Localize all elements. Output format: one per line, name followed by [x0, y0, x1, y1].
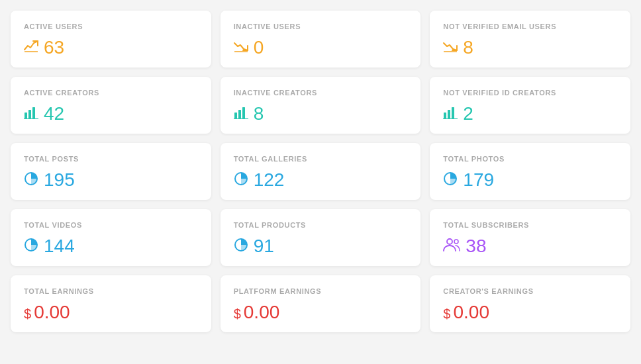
card-value-inactive-creators: 8 — [234, 103, 408, 124]
card-label-inactive-creators: INACTIVE CREATORS — [234, 89, 408, 97]
card-value-total-products: 91 — [234, 236, 408, 257]
card-value-total-subscribers: 38 — [443, 236, 617, 257]
number-inactive-creators: 8 — [254, 103, 264, 124]
card-total-photos: TOTAL PHOTOS 179 — [430, 143, 630, 200]
card-label-total-subscribers: TOTAL SUBSCRIBERS — [443, 221, 617, 229]
card-label-not-verified-email-users: NOT VERIFIED EMAIL USERS — [443, 23, 617, 30]
number-total-posts: 195 — [44, 169, 75, 191]
card-value-total-earnings: $0.00 — [24, 302, 198, 323]
number-total-subscribers: 38 — [466, 236, 486, 257]
svg-point-21 — [454, 240, 458, 244]
svg-rect-5 — [32, 107, 35, 118]
card-label-total-photos: TOTAL PHOTOS — [443, 155, 617, 163]
card-label-inactive-users: INACTIVE USERS — [234, 23, 408, 30]
svg-rect-8 — [238, 110, 241, 118]
card-total-posts: TOTAL POSTS 195 — [11, 143, 211, 200]
card-value-platform-earnings: $0.00 — [234, 302, 408, 323]
number-total-galleries: 122 — [254, 169, 285, 191]
card-total-videos: TOTAL VIDEOS 144 — [11, 209, 211, 266]
card-label-total-products: TOTAL PRODUCTS — [234, 221, 408, 229]
number-platform-earnings: 0.00 — [244, 302, 280, 323]
number-inactive-users: 0 — [254, 37, 264, 58]
card-label-creator-earnings: CREATOR'S EARNINGS — [443, 287, 617, 295]
svg-rect-4 — [28, 110, 31, 118]
icon-total-videos — [24, 238, 38, 255]
dashboard-grid: ACTIVE USERS 63INACTIVE USERS 0NOT VERIF… — [11, 11, 630, 332]
icon-not-verified-email-users — [443, 40, 458, 55]
number-creator-earnings: 0.00 — [453, 302, 489, 323]
dollar-sign-creator-earnings: $ — [443, 306, 450, 322]
card-value-active-creators: 42 — [24, 103, 198, 124]
card-active-users: ACTIVE USERS 63 — [11, 11, 211, 68]
icon-total-galleries — [234, 171, 248, 189]
icon-total-products — [234, 238, 248, 255]
number-not-verified-email-users: 8 — [463, 37, 473, 58]
card-total-products: TOTAL PRODUCTS 91 — [221, 209, 421, 266]
number-not-verified-id-creators: 2 — [463, 103, 473, 124]
card-label-platform-earnings: PLATFORM EARNINGS — [234, 287, 408, 295]
dollar-sign-total-earnings: $ — [24, 306, 31, 322]
icon-total-subscribers — [443, 238, 460, 254]
card-value-total-posts: 195 — [24, 169, 198, 191]
card-value-total-galleries: 122 — [234, 169, 408, 191]
svg-rect-12 — [448, 110, 450, 118]
svg-rect-7 — [234, 113, 237, 118]
svg-point-20 — [447, 239, 452, 244]
card-value-inactive-users: 0 — [234, 37, 408, 58]
card-creator-earnings: CREATOR'S EARNINGS$0.00 — [430, 275, 630, 332]
card-platform-earnings: PLATFORM EARNINGS$0.00 — [221, 275, 421, 332]
card-value-active-users: 63 — [24, 37, 198, 58]
card-label-total-videos: TOTAL VIDEOS — [24, 221, 198, 229]
number-active-creators: 42 — [44, 103, 64, 124]
card-value-not-verified-id-creators: 2 — [443, 103, 617, 124]
card-label-active-users: ACTIVE USERS — [24, 23, 198, 30]
card-not-verified-email-users: NOT VERIFIED EMAIL USERS 8 — [430, 11, 630, 68]
icon-active-creators — [24, 106, 38, 122]
card-label-total-posts: TOTAL POSTS — [24, 155, 198, 163]
card-label-active-creators: ACTIVE CREATORS — [24, 89, 198, 97]
icon-not-verified-id-creators — [443, 106, 458, 122]
icon-active-users — [24, 40, 38, 55]
card-inactive-users: INACTIVE USERS 0 — [221, 11, 421, 68]
card-label-total-galleries: TOTAL GALLERIES — [234, 155, 408, 163]
icon-inactive-creators — [234, 106, 248, 122]
card-value-total-photos: 179 — [443, 169, 617, 191]
svg-rect-3 — [25, 113, 27, 118]
svg-rect-11 — [444, 113, 446, 118]
number-total-earnings: 0.00 — [34, 302, 70, 323]
number-active-users: 63 — [44, 37, 64, 58]
card-label-not-verified-id-creators: NOT VERIFIED ID CREATORS — [443, 89, 617, 97]
icon-total-photos — [443, 171, 458, 189]
dollar-sign-platform-earnings: $ — [234, 306, 241, 322]
number-total-videos: 144 — [44, 236, 75, 257]
card-active-creators: ACTIVE CREATORS 42 — [11, 77, 211, 134]
card-total-earnings: TOTAL EARNINGS$0.00 — [11, 275, 211, 332]
number-total-products: 91 — [254, 236, 274, 257]
card-not-verified-id-creators: NOT VERIFIED ID CREATORS 2 — [430, 77, 630, 134]
card-total-subscribers: TOTAL SUBSCRIBERS 38 — [430, 209, 630, 266]
number-total-photos: 179 — [463, 169, 494, 191]
card-value-total-videos: 144 — [24, 236, 198, 257]
icon-total-posts — [24, 171, 38, 189]
svg-rect-9 — [242, 107, 245, 118]
svg-rect-13 — [452, 107, 454, 118]
card-value-not-verified-email-users: 8 — [443, 37, 617, 58]
card-label-total-earnings: TOTAL EARNINGS — [24, 287, 198, 295]
card-total-galleries: TOTAL GALLERIES 122 — [221, 143, 421, 200]
icon-inactive-users — [234, 40, 248, 55]
card-value-creator-earnings: $0.00 — [443, 302, 617, 323]
card-inactive-creators: INACTIVE CREATORS 8 — [221, 77, 421, 134]
